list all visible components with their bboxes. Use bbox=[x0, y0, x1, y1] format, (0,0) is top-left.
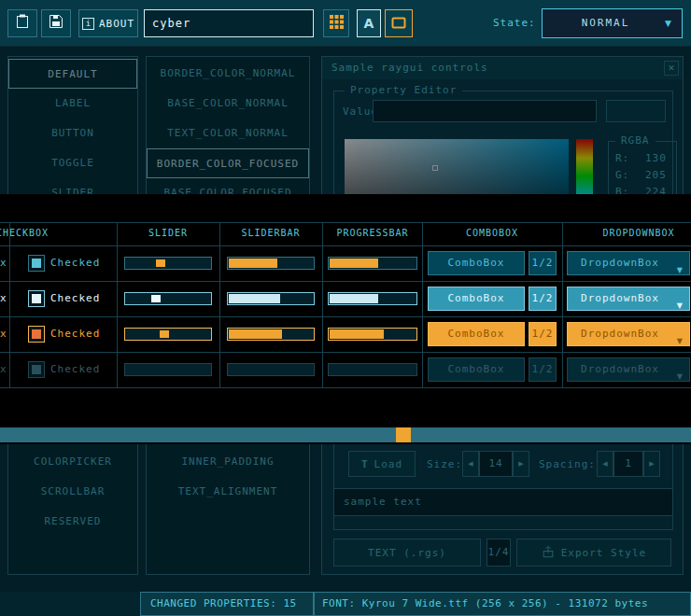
clipboard-icon bbox=[14, 13, 31, 34]
table-scroll-slider[interactable] bbox=[0, 427, 691, 442]
save-button[interactable] bbox=[41, 9, 71, 37]
checkbox[interactable] bbox=[28, 290, 45, 307]
checkbox[interactable] bbox=[28, 326, 45, 343]
slider[interactable] bbox=[124, 292, 212, 305]
combobox-button[interactable]: ComboBox bbox=[428, 322, 525, 346]
sliderbar[interactable] bbox=[227, 292, 315, 305]
info-icon: i bbox=[82, 18, 94, 30]
checkbox-label: Checked bbox=[50, 326, 100, 343]
dropdownbox-label: DropdownBox bbox=[581, 292, 659, 304]
dropdownbox[interactable]: DropdownBox▼ bbox=[567, 287, 690, 311]
grid-line bbox=[9, 222, 10, 388]
combobox-button[interactable]: ComboBox bbox=[428, 287, 525, 311]
checkbox[interactable] bbox=[28, 361, 45, 378]
grid-line bbox=[0, 352, 691, 353]
progressbar-fill bbox=[330, 329, 384, 339]
grid-line bbox=[0, 316, 691, 317]
sliderbar[interactable] bbox=[227, 257, 315, 270]
grid-line bbox=[0, 222, 691, 223]
chevron-down-icon: ▼ bbox=[677, 330, 684, 346]
sliderbar[interactable] bbox=[227, 328, 315, 341]
combobox-counter[interactable]: 1/2 bbox=[529, 322, 557, 346]
rguistyler-app: i ABOUT A bbox=[0, 0, 691, 616]
dropdownbox[interactable]: DropdownBox▼ bbox=[567, 322, 690, 346]
combobox-counter[interactable]: 1/2 bbox=[529, 357, 557, 382]
progressbar bbox=[328, 328, 417, 341]
font-icon: A bbox=[364, 16, 374, 31]
grid-line bbox=[0, 245, 691, 246]
dropdownbox-label: DropdownBox bbox=[581, 257, 659, 269]
dropdownbox[interactable]: DropdownBox▼ bbox=[567, 357, 690, 382]
checkbox[interactable] bbox=[28, 255, 45, 272]
chevron-down-icon: ▼ bbox=[677, 366, 684, 382]
clipped-text: x bbox=[0, 257, 7, 270]
dropdownbox-label: DropdownBox bbox=[581, 363, 659, 375]
clipped-text: x bbox=[0, 363, 7, 376]
slider-handle[interactable] bbox=[151, 295, 161, 302]
progressbar-fill bbox=[330, 294, 378, 303]
dropdownbox-label: DropdownBox bbox=[581, 328, 659, 340]
grid-line bbox=[562, 222, 563, 388]
clipped-text: x bbox=[0, 292, 7, 305]
table-header-checkbox: CHECKBOX bbox=[0, 228, 49, 238]
checkbox-label: Checked bbox=[50, 290, 100, 307]
grid-icon bbox=[330, 15, 344, 33]
combobox-button[interactable]: ComboBox bbox=[428, 357, 525, 382]
progressbar bbox=[328, 292, 417, 305]
about-button-label: ABOUT bbox=[99, 18, 134, 30]
changed-properties-status: CHANGED PROPERTIES: 15 bbox=[140, 592, 314, 616]
style-name-input[interactable] bbox=[144, 9, 314, 37]
about-button[interactable]: i ABOUT bbox=[78, 9, 138, 37]
controls-preview-button[interactable] bbox=[385, 9, 413, 37]
style-table-button[interactable] bbox=[323, 9, 349, 37]
table-header-sliderbar: SLIDERBAR bbox=[241, 228, 300, 238]
slider-handle[interactable] bbox=[160, 330, 169, 338]
progressbar bbox=[328, 363, 417, 376]
sliderbar-fill bbox=[229, 294, 280, 303]
grid-line bbox=[117, 222, 118, 388]
grid-line bbox=[422, 222, 423, 388]
font-status: FONT: Kyrou 7 Wide.ttf (256 x 256) - 131… bbox=[314, 592, 691, 616]
progressbar bbox=[328, 257, 417, 270]
table-scroll-handle[interactable] bbox=[396, 427, 411, 442]
progressbar-fill bbox=[330, 259, 378, 268]
checkbox-check bbox=[32, 259, 41, 268]
slider[interactable] bbox=[124, 328, 212, 341]
state-dropdown-value: NORMAL bbox=[543, 9, 682, 37]
table-header-combobox: COMBOBOX bbox=[466, 228, 518, 238]
checkbox-check bbox=[32, 329, 41, 339]
slider-handle[interactable] bbox=[156, 259, 165, 267]
checkbox-check bbox=[32, 294, 41, 303]
clipboard-button[interactable] bbox=[7, 9, 37, 37]
slider[interactable] bbox=[124, 363, 212, 376]
sliderbar-fill bbox=[229, 329, 282, 339]
sliderbar-fill bbox=[229, 259, 277, 268]
style-table-overlay: CHECKBOX SLIDER SLIDERBAR PROGRESSBAR CO… bbox=[0, 194, 691, 444]
grid-line bbox=[219, 222, 220, 388]
box-icon bbox=[391, 15, 406, 33]
checkbox-check bbox=[32, 365, 41, 374]
grid-line bbox=[0, 387, 691, 388]
chevron-down-icon: ▼ bbox=[677, 295, 684, 311]
state-label: State: bbox=[493, 8, 536, 38]
table-header-slider: SLIDER bbox=[148, 228, 188, 238]
font-settings-button[interactable]: A bbox=[357, 9, 381, 37]
sliderbar[interactable] bbox=[227, 363, 315, 376]
state-dropdown[interactable]: NORMAL ▼ bbox=[542, 8, 683, 38]
chevron-down-icon: ▼ bbox=[677, 259, 684, 275]
clipped-text: x bbox=[0, 328, 7, 341]
toolbar: i ABOUT A bbox=[0, 0, 691, 47]
combobox-counter[interactable]: 1/2 bbox=[529, 251, 557, 275]
combobox-button[interactable]: ComboBox bbox=[428, 251, 525, 275]
grid-line bbox=[322, 222, 323, 388]
dropdownbox[interactable]: DropdownBox▼ bbox=[567, 251, 690, 275]
grid-line bbox=[0, 281, 691, 282]
table-header-progressbar: PROGRESSBAR bbox=[336, 228, 408, 238]
table-header-dropdownbox: DROPDOWNBOX bbox=[602, 228, 674, 238]
combobox-counter[interactable]: 1/2 bbox=[529, 287, 557, 311]
slider[interactable] bbox=[124, 257, 212, 270]
checkbox-label: Checked bbox=[50, 361, 100, 378]
chevron-down-icon: ▼ bbox=[665, 19, 673, 28]
save-icon bbox=[48, 13, 64, 34]
checkbox-label: Checked bbox=[50, 255, 100, 272]
